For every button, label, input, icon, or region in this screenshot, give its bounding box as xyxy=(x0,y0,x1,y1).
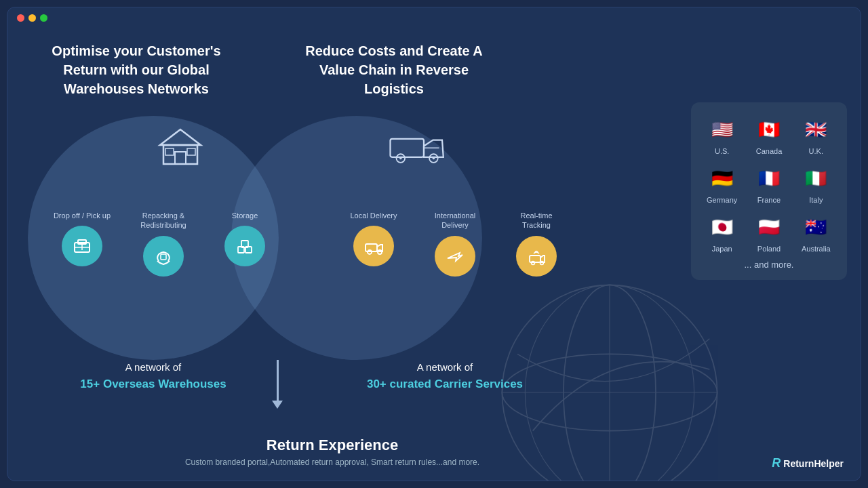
window-controls xyxy=(17,14,47,22)
flag-us: 🇺🇸 xyxy=(707,115,737,144)
country-germany: 🇩🇪 Germany xyxy=(701,163,743,204)
left-heading: Optimise your Customer's Return with our… xyxy=(35,41,238,98)
right-icon-row: Local Delivery International Delivery xyxy=(333,211,577,277)
storage-label: Storage xyxy=(232,211,258,220)
flag-france: 🇫🇷 xyxy=(754,163,784,193)
right-heading: Reduce Costs and Create A Value Chain in… xyxy=(292,41,496,98)
country-japan: 🇯🇵 Japan xyxy=(701,212,743,253)
international-delivery-icon xyxy=(435,236,475,277)
svg-rect-11 xyxy=(391,139,425,157)
repacking-icon xyxy=(143,236,184,277)
countries-grid: 🇺🇸 U.S. 🇨🇦 Canada 🇬🇧 U.K. 🇩🇪 Germany xyxy=(701,115,837,253)
maximize-dot xyxy=(40,14,47,22)
arrow-down xyxy=(272,360,283,409)
dropoff-item: Drop off / Pick up xyxy=(54,211,111,266)
country-name-france: France xyxy=(757,196,781,204)
country-italy: 🇮🇹 Italy xyxy=(795,163,837,204)
flag-australia: 🇦🇺 xyxy=(801,212,831,242)
repacking-item: Repacking & Redistributing xyxy=(135,211,193,277)
country-australia: 🇦🇺 Australia xyxy=(795,212,837,253)
return-experience-title: Return Experience xyxy=(28,436,637,454)
country-us: 🇺🇸 U.S. xyxy=(701,115,743,155)
storage-item: Storage xyxy=(216,211,274,266)
flag-canada: 🇨🇦 xyxy=(754,115,784,144)
country-name-italy: Italy xyxy=(809,196,823,204)
country-name-canada: Canada xyxy=(756,147,783,155)
repacking-label: Repacking & Redistributing xyxy=(135,211,193,230)
main-window: Optimise your Customer's Return with our… xyxy=(7,7,861,481)
left-icon-row: Drop off / Pick up Repacking & Redistrib… xyxy=(41,211,285,277)
minimize-dot xyxy=(28,14,36,22)
svg-rect-28 xyxy=(530,256,540,262)
storage-icon xyxy=(224,226,265,266)
svg-rect-21 xyxy=(161,254,166,260)
left-network-highlight: 15+ Overseas Warehouses xyxy=(80,378,226,390)
svg-rect-9 xyxy=(165,148,174,155)
country-name-us: U.S. xyxy=(715,147,729,155)
return-experience-section: Return Experience Custom branded portal,… xyxy=(28,436,637,467)
logo-text: ReturnHelper xyxy=(783,458,844,469)
svg-point-29 xyxy=(532,261,535,264)
svg-marker-6 xyxy=(160,129,201,145)
svg-point-30 xyxy=(540,261,544,264)
svg-rect-10 xyxy=(187,148,195,155)
country-name-germany: Germany xyxy=(707,196,737,204)
and-more-text: ... and more. xyxy=(701,260,837,270)
dropoff-icon xyxy=(62,226,102,266)
flag-poland: 🇵🇱 xyxy=(754,212,784,242)
country-name-poland: Poland xyxy=(757,245,781,253)
right-network-text: A network of 30+ curated Carrier Service… xyxy=(333,360,557,392)
warehouse-icon xyxy=(157,126,204,169)
international-delivery-item: International Delivery xyxy=(427,211,484,277)
country-canada: 🇨🇦 Canada xyxy=(748,115,789,155)
arrow-head xyxy=(272,401,283,409)
country-name-uk: U.K. xyxy=(809,147,823,155)
return-experience-subtitle: Custom branded portal,Automated return a… xyxy=(28,458,637,467)
country-name-japan: Japan xyxy=(712,245,732,253)
local-delivery-label: Local Delivery xyxy=(350,211,397,220)
local-delivery-icon xyxy=(353,226,394,266)
realtime-tracking-label: Real-time Tracking xyxy=(508,211,566,230)
close-dot xyxy=(17,14,24,22)
dropoff-label: Drop off / Pick up xyxy=(54,211,111,220)
flag-japan: 🇯🇵 xyxy=(707,212,737,242)
country-name-australia: Australia xyxy=(802,245,831,253)
local-delivery-item: Local Delivery xyxy=(345,211,403,266)
slide-content: Optimise your Customer's Return with our… xyxy=(7,28,861,481)
svg-rect-7 xyxy=(163,145,197,164)
logo-r-icon: R xyxy=(772,456,781,470)
svg-rect-8 xyxy=(175,152,186,164)
flag-germany: 🇩🇪 xyxy=(707,163,737,193)
flag-uk: 🇬🇧 xyxy=(801,115,831,144)
country-france: 🇫🇷 France xyxy=(748,163,789,204)
countries-panel: 🇺🇸 U.S. 🇨🇦 Canada 🇬🇧 U.K. 🇩🇪 Germany xyxy=(691,102,847,280)
returnhelper-logo: R ReturnHelper xyxy=(772,456,844,470)
left-network-text: A network of 15+ Overseas Warehouses xyxy=(41,360,265,392)
flag-italy: 🇮🇹 xyxy=(801,163,831,193)
country-uk: 🇬🇧 U.K. xyxy=(795,115,837,155)
realtime-tracking-icon xyxy=(516,236,557,277)
right-network-highlight: 30+ curated Carrier Services xyxy=(367,378,523,390)
truck-icon xyxy=(387,126,448,169)
international-delivery-label: International Delivery xyxy=(427,211,484,230)
arrow-line xyxy=(277,360,279,401)
svg-point-13 xyxy=(399,157,402,160)
svg-point-15 xyxy=(433,157,435,160)
realtime-tracking-item: Real-time Tracking xyxy=(508,211,566,277)
country-poland: 🇵🇱 Poland xyxy=(748,212,789,253)
